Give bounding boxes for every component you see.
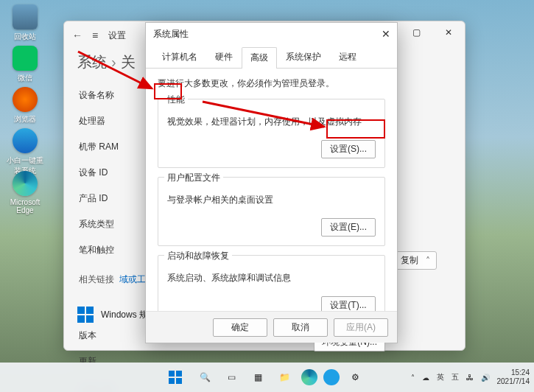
performance-settings-button[interactable]: 设置(S)... xyxy=(321,140,376,158)
desktop-icon-wechat[interactable]: 微信 xyxy=(4,46,46,83)
tray-chevron-icon[interactable]: ˄ xyxy=(411,374,415,382)
system-properties-dialog: 系统属性 ✕ 计算机名 硬件 高级 系统保护 远程 要进行大多数更改，你必须作为… xyxy=(145,22,398,343)
settings-title: 设置 xyxy=(108,29,126,42)
group-performance: 性能 视觉效果，处理器计划，内存使用，以及虚拟内存 设置(S)... xyxy=(158,99,385,168)
tray-onedrive-icon[interactable]: ☁ xyxy=(422,374,429,382)
crumb-about: 关 xyxy=(121,54,136,70)
group-user-profiles-title: 用户配置文件 xyxy=(164,172,223,184)
desktop-icon-label: 微信 xyxy=(4,73,46,83)
user-profiles-settings-button[interactable]: 设置(E)... xyxy=(321,218,376,237)
search-icon[interactable]: 🔍 xyxy=(195,367,216,388)
group-user-profiles: 用户配置文件 与登录帐户相关的桌面设置 设置(E)... xyxy=(158,177,385,246)
maximize-button[interactable]: ▢ xyxy=(400,21,432,43)
clock-date: 2021/7/14 xyxy=(497,377,530,386)
start-button[interactable] xyxy=(169,367,189,388)
settings-taskbar-icon[interactable]: ⚙ xyxy=(345,367,366,388)
chevron-up-icon: ˄ xyxy=(426,256,430,266)
widgets-icon[interactable]: ▦ xyxy=(248,367,269,388)
desktop[interactable]: 回收站 微信 浏览器 小白一键重装系统 Microsoft Edge ← ≡ 设… xyxy=(0,0,534,392)
close-icon[interactable]: ✕ xyxy=(378,26,394,42)
group-performance-desc: 视觉效果，处理器计划，内存使用，以及虚拟内存 xyxy=(167,116,376,128)
taskbar-center-icons: 🔍 ▭ ▦ 📁 ⚙ xyxy=(169,367,366,388)
desktop-icon-edge[interactable]: Microsoft Edge xyxy=(4,171,46,214)
windows-spec-label: Windows 规 xyxy=(101,309,148,321)
group-user-profiles-desc: 与登录帐户相关的桌面设置 xyxy=(167,194,376,206)
desktop-icon-label: 浏览器 xyxy=(4,114,46,125)
taskbar[interactable]: 🔍 ▭ ▦ 📁 ⚙ ˄ ☁ 英 五 🖧 🔊 15:24 2021/7/14 xyxy=(0,363,534,392)
volume-icon[interactable]: 🔊 xyxy=(481,374,490,382)
related-link[interactable]: 域或工 xyxy=(119,274,146,284)
admin-notice: 要进行大多数更改，你必须作为管理员登录。 xyxy=(158,77,385,90)
group-startup-recovery-desc: 系统启动、系统故障和调试信息 xyxy=(167,272,376,284)
group-startup-recovery-title: 启动和故障恢复 xyxy=(164,250,232,262)
clock[interactable]: 15:24 2021/7/14 xyxy=(497,368,530,386)
group-performance-title: 性能 xyxy=(164,94,188,106)
edge-taskbar-icon[interactable] xyxy=(301,369,317,385)
xiaobai-taskbar-icon[interactable] xyxy=(323,369,340,385)
desktop-icon-recycle[interactable]: 回收站 xyxy=(4,4,46,42)
windows-logo-icon xyxy=(77,307,94,323)
dialog-titlebar: 系统属性 ✕ xyxy=(146,23,397,45)
ime-indicator-2[interactable]: 五 xyxy=(452,372,459,382)
tab-computer-name[interactable]: 计算机名 xyxy=(153,46,206,68)
dialog-footer: 确定 取消 应用(A) xyxy=(146,311,397,343)
desktop-icon-label: 回收站 xyxy=(4,32,46,42)
explorer-icon[interactable]: 📁 xyxy=(275,367,295,388)
tab-system-protection[interactable]: 系统保护 xyxy=(277,46,330,68)
copy-label: 复制 xyxy=(401,254,418,267)
menu-button[interactable]: ≡ xyxy=(90,30,100,41)
crumb-system: 系统 xyxy=(77,54,107,70)
back-button[interactable]: ← xyxy=(72,30,82,41)
clock-time: 15:24 xyxy=(497,368,530,377)
cancel-button[interactable]: 取消 xyxy=(273,318,328,337)
tab-advanced[interactable]: 高级 xyxy=(242,47,277,69)
tab-strip: 计算机名 硬件 高级 系统保护 远程 xyxy=(146,46,397,69)
ime-indicator-1[interactable]: 英 xyxy=(437,372,444,382)
network-icon[interactable]: 🖧 xyxy=(466,374,474,382)
desktop-icon-browser[interactable]: 浏览器 xyxy=(4,87,46,125)
tab-remote[interactable]: 远程 xyxy=(330,46,365,68)
task-view-icon[interactable]: ▭ xyxy=(222,367,242,388)
desktop-icon-label: Microsoft Edge xyxy=(4,198,46,214)
desktop-icon-xiaobai[interactable]: 小白一键重装系统 xyxy=(4,128,46,176)
ok-button[interactable]: 确定 xyxy=(213,318,267,337)
system-tray[interactable]: ˄ ☁ 英 五 🖧 🔊 15:24 2021/7/14 xyxy=(411,368,530,386)
copy-button[interactable]: 复制 ˄ xyxy=(394,251,437,270)
tab-hardware[interactable]: 硬件 xyxy=(206,46,242,68)
apply-button[interactable]: 应用(A) xyxy=(334,318,388,337)
dialog-title: 系统属性 xyxy=(153,28,189,41)
close-button[interactable]: ✕ xyxy=(432,21,465,43)
